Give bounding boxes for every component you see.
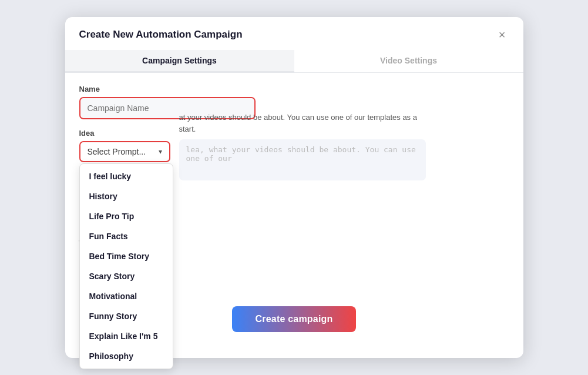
dropdown-item-funny-story[interactable]: Funny Story	[80, 306, 173, 326]
dropdown-item-philosophy[interactable]: Philosophy	[80, 346, 173, 366]
dropdown-menu: I feel lucky History Life Pro Tip Fun Fa…	[79, 163, 173, 369]
modal-header: Create New Automation Campaign ×	[65, 17, 523, 42]
create-campaign-button[interactable]: Create campaign	[232, 306, 357, 332]
name-label: Name	[79, 85, 509, 93]
close-button[interactable]: ×	[495, 28, 509, 42]
tab-campaign-settings[interactable]: Campaign Settings	[65, 50, 294, 72]
tabs: Campaign Settings Video Settings	[65, 50, 523, 73]
idea-hint-area: at your videos should be about. You can …	[179, 112, 426, 183]
modal-title: Create New Automation Campaign	[79, 29, 243, 41]
modal-body: Name Idea Select Prompt... ▾ I feel luck…	[65, 73, 523, 287]
dropdown-item-motivational[interactable]: Motivational	[80, 286, 173, 306]
modal: Create New Automation Campaign × Campaig…	[65, 17, 523, 358]
dropdown-item-bed-time-story[interactable]: Bed Time Story	[80, 246, 173, 266]
select-prompt-label: Select Prompt...	[88, 147, 146, 156]
select-prompt-button[interactable]: Select Prompt... ▾	[79, 141, 170, 162]
select-wrapper: Select Prompt... ▾ I feel lucky History …	[79, 141, 170, 162]
tab-video-settings[interactable]: Video Settings	[294, 50, 523, 72]
dropdown-item-explain-like[interactable]: Explain Like I'm 5	[80, 326, 173, 346]
dropdown-item-fun-facts[interactable]: Fun Facts	[80, 226, 173, 246]
idea-area: Select Prompt... ▾ I feel lucky History …	[79, 141, 509, 162]
dropdown-item-i-feel-lucky[interactable]: I feel lucky	[80, 166, 173, 186]
idea-hint-1: at your videos should be about. You can …	[179, 112, 426, 135]
chevron-down-icon: ▾	[159, 148, 162, 156]
dropdown-item-scary-story[interactable]: Scary Story	[80, 266, 173, 286]
idea-textarea[interactable]	[179, 139, 426, 180]
dropdown-item-history[interactable]: History	[80, 186, 173, 206]
dropdown-item-life-pro-tip[interactable]: Life Pro Tip	[80, 206, 173, 226]
